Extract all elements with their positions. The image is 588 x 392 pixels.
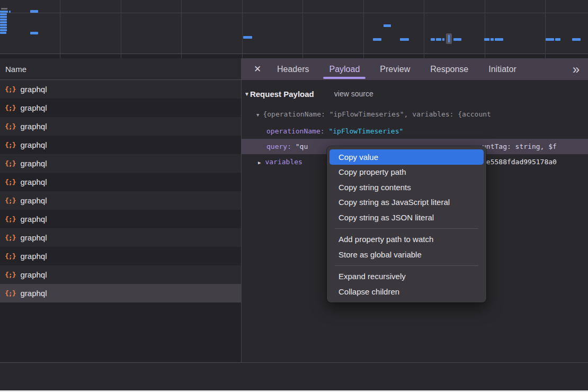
overview-gridline-horizontal [0,13,588,13]
timeline-request-bar [400,38,409,41]
tab-response[interactable]: Response [420,58,478,80]
json-braces-icon: {;} [5,122,15,130]
timeline-request-bar [0,24,7,26]
request-row-graphql[interactable]: {;}graphql [0,284,241,302]
timeline-gridline [485,0,485,58]
request-row-graphql[interactable]: {;}graphql [0,173,241,191]
menu-item-copy-value[interactable]: Copy value [329,149,484,165]
context-menu: Copy valueCopy property pathCopy string … [327,146,486,302]
request-name-label: graphql [20,103,47,112]
root-expand-icon[interactable]: ▼ [256,112,259,118]
timeline-request-bar [0,32,6,34]
json-braces-icon: {;} [5,271,15,279]
tab-payload[interactable]: Payload [319,58,370,80]
property-key: query: [266,142,291,150]
overview-baseline [0,54,588,54]
variables-expand-icon[interactable]: ▶ [258,160,261,165]
request-row-graphql[interactable]: {;}graphql [0,154,241,173]
json-braces-icon: {;} [5,104,15,112]
json-braces-icon: {;} [5,234,15,242]
timeline-request-bar [0,16,7,18]
request-list: {;}graphql{;}graphql{;}graphql{;}graphql… [0,80,241,302]
request-list-panel: Name {;}graphql{;}graphql{;}graphql{;}gr… [0,58,241,362]
menu-item-copy-property-path[interactable]: Copy property path [329,165,484,180]
request-row-graphql[interactable]: {;}graphql [0,117,241,136]
request-row-graphql[interactable]: {;}graphql [0,210,241,228]
request-name-label: graphql [20,270,47,279]
timeline-request-bar [0,26,7,29]
request-name-label: graphql [20,215,47,224]
timeline-gridline [242,0,243,58]
timeline-request-bar [453,38,461,41]
network-overview[interactable] [0,0,588,58]
section-expand-icon[interactable]: ▼ [244,91,250,97]
request-payload-section[interactable]: ▼ Request Payload view source [242,87,588,100]
menu-item-copy-string-contents[interactable]: Copy string contents [329,180,484,195]
tab-initiator[interactable]: Initiator [478,58,526,80]
request-row-graphql[interactable]: {;}graphql [0,191,241,210]
timeline-request-bar [0,13,7,15]
timeline-gridline [363,0,364,58]
timeline-request-bar [436,38,441,41]
timeline-request-bar [1,8,7,10]
property-value-end: ee5588fdad995178a0 [482,154,557,170]
name-column-label: Name [5,65,26,74]
request-name-label: graphql [20,122,47,131]
menu-separator [335,228,478,229]
timeline-gridline [545,0,546,58]
json-braces-icon: {;} [5,252,15,260]
selected-request-marker [446,33,452,44]
timeline-gridline [181,0,182,58]
timeline-request-bar [0,11,8,13]
timeline-request-bar [495,38,503,41]
tab-preview[interactable]: Preview [370,58,420,80]
menu-item-copy-string-as-javascript-literal[interactable]: Copy string as JavaScript literal [329,195,484,210]
timeline-request-bar [243,36,252,39]
timeline-request-bar [30,32,38,34]
property-value-start: "qu [296,142,308,150]
timeline-gridline [302,0,303,58]
request-row-graphql[interactable]: {;}graphql [0,136,241,154]
payload-root-row[interactable]: ▼{operationName: "ipFlowTimeseries", var… [242,109,588,120]
timeline-request-bar [0,29,7,31]
section-title: Request Payload [250,90,314,99]
request-row-graphql[interactable]: {;}graphql [0,265,241,284]
request-row-graphql[interactable]: {;}graphql [0,99,241,117]
json-braces-icon: {;} [5,159,15,167]
timeline-request-bar [442,38,444,41]
property-value-end: untTag: string, $f [482,139,557,154]
property-key: variables [265,158,302,166]
timeline-request-bar [0,21,7,23]
request-name-label: graphql [20,196,47,205]
close-panel-icon[interactable]: ✕ [248,64,267,75]
tab-headers[interactable]: Headers [267,58,319,80]
selected-request-marker-tick [448,35,450,42]
timeline-gridline [60,0,60,58]
json-braces-icon: {;} [5,215,15,223]
request-row-graphql[interactable]: {;}graphql [0,80,241,99]
timeline-request-bar [9,11,11,13]
more-tabs-icon[interactable]: » [573,63,580,76]
property-value: "ipFlowTimeseries" [328,127,403,135]
request-name-label: graphql [20,252,47,261]
view-source-link[interactable]: view source [334,90,373,98]
timeline-request-bar [555,38,560,41]
menu-item-copy-string-as-json-literal[interactable]: Copy string as JSON literal [329,210,484,225]
menu-item-collapse-children[interactable]: Collapse children [329,284,484,299]
overview-bottom-strip [0,54,588,58]
json-braces-icon: {;} [5,85,15,93]
menu-item-expand-recursively[interactable]: Expand recursively [329,269,484,284]
timeline-gridline [424,0,424,58]
root-preview-text: {operationName: "ipFlowTimeseries", vari… [263,110,491,118]
request-row-graphql[interactable]: {;}graphql [0,228,241,247]
json-braces-icon: {;} [5,289,15,297]
menu-item-store-as-global-variable[interactable]: Store as global variable [329,247,484,262]
payload-row-operation-name[interactable]: operationName: "ipFlowTimeseries" [242,123,588,139]
menu-separator [335,265,478,266]
json-braces-icon: {;} [5,141,15,149]
timeline-request-bar [384,24,391,27]
name-column-header[interactable]: Name [0,58,241,80]
timeline-request-bar [373,38,381,41]
request-row-graphql[interactable]: {;}graphql [0,247,241,265]
menu-item-add-property-path-to-watch[interactable]: Add property path to watch [329,232,484,247]
